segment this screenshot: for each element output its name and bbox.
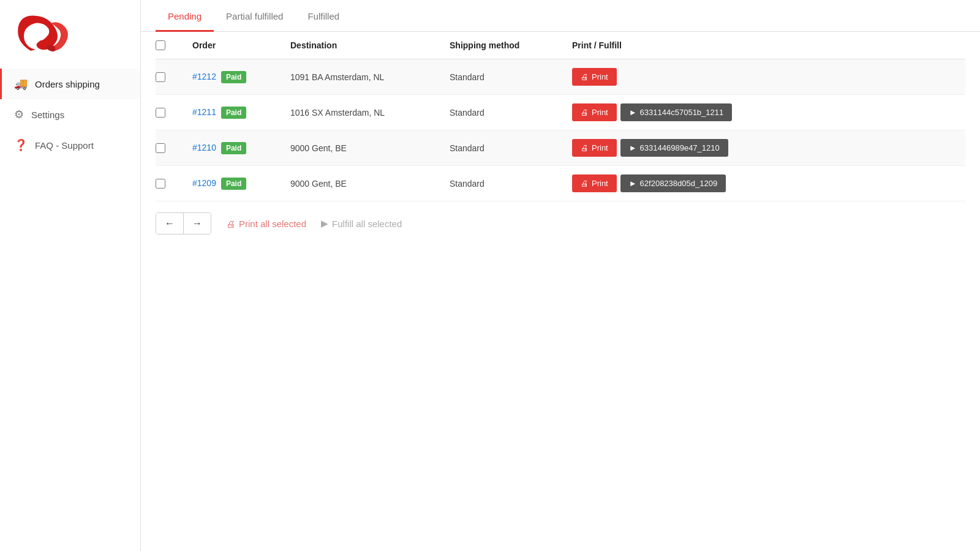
row-actions-cell: 🖨 Print ► 6331446989e47_1210 [565,130,965,166]
print-button[interactable]: 🖨 Print [572,139,617,157]
fulfill-id-text: 6331446989e47_1210 [640,143,720,152]
print-button[interactable]: 🖨 Print [572,174,617,192]
sidebar-nav: 🚚 Orders shipping ⚙ Settings ❓ FAQ - Sup… [0,69,140,160]
row-checkbox-cell [156,59,185,95]
fulfill-button[interactable]: ► 62f208238d05d_1209 [620,174,726,192]
actions-container: 🖨 Print ► 62f208238d05d_1209 [572,174,958,192]
order-link[interactable]: #1212 [192,71,216,81]
orders-table-wrapper: Order Destination Shipping method Print … [141,32,980,201]
paid-badge: Paid [221,178,246,190]
print-label: Print [592,108,608,117]
truck-icon: 🚚 [14,77,28,91]
shipping-method-text: Standard [450,179,484,189]
print-all-label: Print all selected [239,219,306,229]
sidebar-item-orders-shipping[interactable]: 🚚 Orders shipping [0,69,140,99]
print-button[interactable]: 🖨 Print [572,103,617,121]
table-row: #1210Paid9000 Gent, BEStandard 🖨 Print ►… [156,130,965,166]
row-checkbox-cell [156,166,185,201]
pagination: ← → [156,212,211,234]
row-destination-cell: 1016 SX Amsterdam, NL [283,95,442,130]
actions-container: 🖨 Print ► 6331144c57051b_1211 [572,103,958,121]
row-checkbox[interactable] [156,72,165,82]
row-destination-cell: 9000 Gent, BE [283,130,442,166]
header-check [156,32,185,59]
sidebar-item-label: FAQ - Support [35,140,94,151]
fulfill-button[interactable]: ► 6331446989e47_1210 [620,139,728,157]
next-page-button[interactable]: → [184,213,211,234]
row-order-cell: #1210Paid [185,130,283,166]
print-label: Print [592,143,608,152]
order-link[interactable]: #1211 [192,107,216,116]
printer-icon: 🖨 [581,143,589,152]
order-link[interactable]: #1210 [192,142,216,152]
prev-page-button[interactable]: ← [156,213,184,234]
paid-badge: Paid [221,107,246,119]
row-checkbox-cell [156,130,185,166]
header-shipping-method: Shipping method [442,32,565,59]
paid-badge: Paid [221,142,246,154]
destination-text: 9000 Gent, BE [290,143,347,153]
printer-icon: 🖨 [581,72,589,81]
row-checkbox[interactable] [156,143,165,153]
order-link[interactable]: #1209 [192,178,216,187]
actions-container: 🖨 Print ► 6331446989e47_1210 [572,139,958,157]
sidebar-item-label: Settings [31,110,64,120]
row-shipping-cell: Standard [442,166,565,201]
tab-partial-fulfilled[interactable]: Partial fulfilled [214,0,295,32]
shipping-method-text: Standard [450,108,484,118]
sidebar-item-label: Orders shipping [35,79,100,89]
row-shipping-cell: Standard [442,130,565,166]
header-destination: Destination [283,32,442,59]
shipping-method-text: Standard [450,143,484,153]
fulfill-all-label: Fulfill all selected [332,219,402,229]
tab-fulfilled[interactable]: Fulfilled [295,0,352,32]
row-order-cell: #1209Paid [185,166,283,201]
print-all-selected-button[interactable]: 🖨 Print all selected [226,219,306,229]
actions-container: 🖨 Print [572,68,958,86]
fulfill-all-selected-button[interactable]: ▶ Fulfill all selected [321,218,402,229]
fulfill-arrow-icon: ► [629,108,637,117]
orders-table: Order Destination Shipping method Print … [156,32,965,201]
tabs-bar: Pending Partial fulfilled Fulfilled [141,0,980,32]
print-button[interactable]: 🖨 Print [572,68,617,86]
sidebar-item-faq-support[interactable]: ❓ FAQ - Support [0,130,140,160]
table-row: #1212Paid1091 BA Amsterdam, NLStandard 🖨… [156,59,965,95]
app-logo [12,11,80,60]
destination-text: 1016 SX Amsterdam, NL [290,108,385,118]
orders-tbody: #1212Paid1091 BA Amsterdam, NLStandard 🖨… [156,59,965,201]
header-print-fulfill: Print / Fulfill [565,32,965,59]
fulfill-id-text: 6331144c57051b_1211 [640,108,724,117]
row-actions-cell: 🖨 Print ► 62f208238d05d_1209 [565,166,965,201]
table-row: #1211Paid1016 SX Amsterdam, NLStandard 🖨… [156,95,965,130]
row-actions-cell: 🖨 Print [565,59,965,95]
tab-pending[interactable]: Pending [156,0,214,32]
gear-icon: ⚙ [14,108,24,121]
row-order-cell: #1211Paid [185,95,283,130]
main-content: Pending Partial fulfilled Fulfilled Orde… [141,0,980,551]
row-checkbox-cell [156,95,185,130]
table-header-row: Order Destination Shipping method Print … [156,32,965,59]
header-order: Order [185,32,283,59]
print-label: Print [592,72,608,81]
printer-icon: 🖨 [581,108,589,117]
row-checkbox[interactable] [156,108,165,118]
printer-icon: 🖨 [226,219,235,229]
row-order-cell: #1212Paid [185,59,283,95]
select-all-checkbox[interactable] [156,40,165,50]
fulfill-arrow-icon: ► [629,179,637,188]
table-row: #1209Paid9000 Gent, BEStandard 🖨 Print ►… [156,166,965,201]
content-card: Pending Partial fulfilled Fulfilled Orde… [141,0,980,551]
fulfill-arrow-icon: ▶ [321,218,328,229]
row-destination-cell: 1091 BA Amsterdam, NL [283,59,442,95]
row-actions-cell: 🖨 Print ► 6331144c57051b_1211 [565,95,965,130]
bottom-bar: ← → 🖨 Print all selected ▶ Fulfill all s… [141,201,980,246]
fulfill-id-text: 62f208238d05d_1209 [640,179,718,188]
fulfill-button[interactable]: ► 6331144c57051b_1211 [620,103,733,121]
logo-container [0,0,92,69]
fulfill-arrow-icon: ► [629,143,637,152]
sidebar-item-settings[interactable]: ⚙ Settings [0,99,140,130]
question-icon: ❓ [14,138,28,152]
row-checkbox[interactable] [156,179,165,189]
printer-icon: 🖨 [581,179,589,188]
sidebar: 🚚 Orders shipping ⚙ Settings ❓ FAQ - Sup… [0,0,141,551]
